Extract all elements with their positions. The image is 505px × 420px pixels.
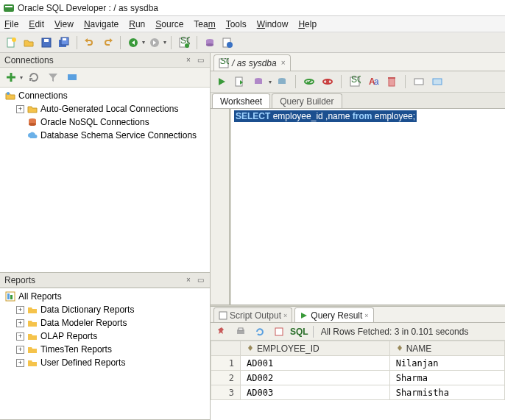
rollback-button[interactable]	[319, 74, 336, 90]
menu-run[interactable]: Run	[129, 19, 145, 29]
col-header-name[interactable]: NAME	[389, 341, 504, 356]
dbms-output-button[interactable]	[411, 74, 427, 90]
menu-window[interactable]: Window	[257, 19, 289, 29]
tab-script-output[interactable]: Script Output ×	[213, 307, 292, 322]
tab-query-result[interactable]: Query Result ×	[294, 307, 373, 322]
tree-item-auto-local[interactable]: + Auto-Generated Local Connections	[0, 102, 210, 115]
tree-label: Data Modeler Reports	[40, 318, 127, 328]
connections-panel: Connections × ▭ ▾ Connections	[0, 53, 210, 273]
tree-item-nosql[interactable]: Oracle NoSQL Connections	[0, 115, 210, 129]
close-icon[interactable]: ×	[364, 312, 368, 319]
export-button[interactable]	[271, 324, 287, 340]
cloud-icon	[27, 129, 38, 141]
tree-item-report[interactable]: + User Defined Reports	[0, 356, 210, 369]
expand-icon[interactable]: +	[16, 105, 24, 113]
db-tool-button[interactable]	[202, 35, 218, 51]
menu-file[interactable]: File	[4, 19, 18, 29]
sql-label: SQL	[290, 327, 308, 337]
save-all-button[interactable]	[56, 35, 72, 51]
clear-button[interactable]	[384, 74, 400, 90]
panel-close-icon[interactable]: ×	[183, 55, 194, 65]
tab-query-builder[interactable]: Query Builder	[272, 93, 342, 108]
table-row[interactable]: 1 AD001 Nilanjan	[211, 356, 505, 371]
open-button[interactable]	[21, 35, 37, 51]
autotrace-button[interactable]	[274, 74, 290, 90]
svg-rect-27	[10, 295, 13, 299]
tree-item-dbschema[interactable]: Database Schema Service Connections	[0, 129, 210, 142]
cell: Sharma	[389, 371, 504, 385]
results-area: Script Output × Query Result × SQL All R…	[211, 307, 505, 420]
reports-title: Reports	[4, 275, 35, 285]
query-result-icon	[300, 311, 308, 320]
sql-history-button[interactable]: SQL	[347, 74, 363, 90]
panel-min-icon[interactable]: ▭	[195, 55, 205, 65]
close-icon[interactable]: ×	[283, 312, 287, 319]
tree-root-connections[interactable]: Connections	[0, 89, 210, 102]
refresh-button[interactable]	[252, 324, 268, 340]
expand-icon[interactable]: +	[16, 332, 24, 341]
reports-root-icon	[4, 291, 16, 302]
table-row[interactable]: 3 AD003 Sharmistha	[211, 385, 505, 400]
panel-min-icon[interactable]: ▭	[195, 275, 205, 285]
sql-script-button[interactable]	[219, 35, 236, 51]
undo-button[interactable]	[82, 35, 98, 51]
left-pane: Connections × ▭ ▾ Connections	[0, 53, 211, 420]
menubar: File Edit View Navigate Run Source Team …	[0, 16, 505, 32]
tree-item-report[interactable]: + Data Modeler Reports	[0, 316, 210, 330]
run-button[interactable]	[213, 74, 230, 90]
tree-item-report[interactable]: + Data Dictionary Reports	[0, 303, 210, 316]
forward-button[interactable]: ▾	[146, 35, 166, 51]
svg-rect-44	[219, 312, 227, 319]
redo-button[interactable]	[99, 35, 116, 51]
tree-item-report[interactable]: + TimesTen Reports	[0, 343, 210, 356]
menu-team[interactable]: Team	[194, 19, 215, 29]
commit-button[interactable]	[301, 74, 317, 90]
editor-tab[interactable]: SQL / as sysdba ×	[213, 54, 291, 71]
menu-source[interactable]: Source	[155, 19, 183, 29]
new-button[interactable]	[3, 35, 19, 51]
menu-view[interactable]: View	[54, 19, 74, 29]
tab-worksheet[interactable]: Worksheet	[212, 93, 270, 108]
dropdown-caret[interactable]: ▾	[269, 79, 272, 85]
expand-icon[interactable]: +	[16, 346, 24, 354]
rownum-header[interactable]	[211, 341, 241, 356]
tns-icon[interactable]	[64, 69, 80, 85]
expand-icon[interactable]: +	[16, 319, 24, 327]
print-button[interactable]	[233, 324, 249, 340]
expand-icon[interactable]: +	[16, 306, 24, 314]
svg-rect-19	[68, 74, 72, 80]
sql-editor[interactable]: SELECT employee_id ,name from employee;	[231, 109, 505, 305]
new-connection-button[interactable]: ▾	[3, 69, 23, 85]
panel-close-icon[interactable]: ×	[183, 275, 194, 285]
explain-plan-button[interactable]	[250, 74, 266, 90]
tree-item-report[interactable]: + OLAP Reports	[0, 330, 210, 343]
reports-tree[interactable]: All Reports + Data Dictionary Reports + …	[0, 288, 210, 419]
menu-navigate[interactable]: Navigate	[84, 19, 119, 29]
back-button[interactable]: ▾	[125, 35, 145, 51]
pin-button[interactable]	[213, 324, 230, 340]
svg-text:a: a	[374, 76, 379, 87]
svg-rect-20	[72, 74, 77, 80]
owa-output-button[interactable]	[429, 74, 445, 90]
cell: AD002	[241, 371, 390, 385]
titlebar: Oracle SQL Developer : / as sysdba	[0, 0, 505, 16]
menu-edit[interactable]: Edit	[29, 19, 44, 29]
col-header-employee-id[interactable]: EMPLOYEE_ID	[241, 341, 390, 356]
svg-point-18	[227, 42, 233, 48]
refresh-icon[interactable]	[26, 69, 42, 85]
tree-label: Database Schema Service Connections	[40, 130, 197, 140]
format-button[interactable]: Aa	[365, 74, 381, 90]
menu-help[interactable]: Help	[298, 19, 317, 29]
table-row[interactable]: 2 AD002 Sharma	[211, 371, 505, 385]
reports-panel: Reports × ▭ All Reports + Data Dictionar…	[0, 273, 210, 420]
close-icon[interactable]: ×	[281, 59, 286, 67]
tree-root-reports[interactable]: All Reports	[0, 290, 210, 303]
save-button[interactable]	[38, 35, 54, 51]
connections-tree[interactable]: Connections + Auto-Generated Local Conne…	[0, 87, 210, 272]
run-script-button[interactable]	[232, 74, 248, 90]
menu-tools[interactable]: Tools	[226, 19, 247, 29]
sql-worksheet-button[interactable]: SQL	[176, 35, 192, 51]
filter-icon[interactable]	[45, 69, 61, 85]
expand-icon[interactable]: +	[16, 359, 24, 367]
result-grid[interactable]: EMPLOYEE_ID NAME 1 AD001 Nilanjan 2 AD00…	[211, 341, 505, 420]
